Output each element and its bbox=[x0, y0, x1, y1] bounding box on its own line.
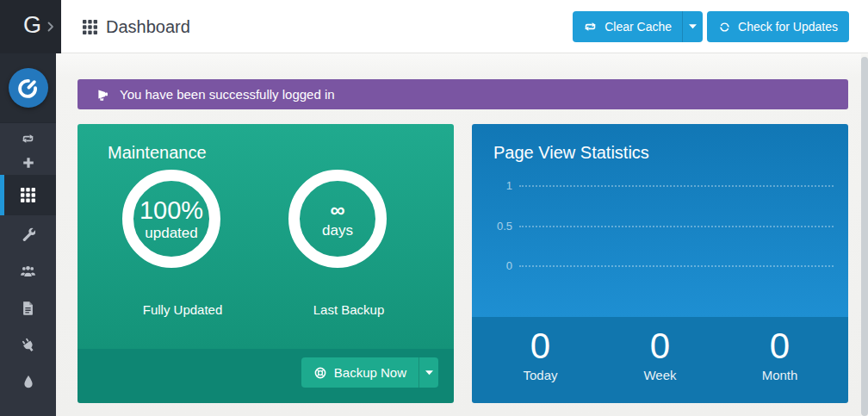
backup-now-main[interactable]: Backup Now bbox=[301, 357, 418, 388]
clear-cache-label: Clear Cache bbox=[604, 20, 672, 34]
sidebar-item-dashboard[interactable] bbox=[0, 175, 56, 215]
sidebar-logo-section bbox=[0, 53, 56, 123]
counter-value: 0 bbox=[480, 326, 600, 367]
logo-g: G bbox=[23, 12, 41, 39]
sidebar-item-plugins[interactable] bbox=[0, 326, 56, 363]
sidebar-item-settings[interactable] bbox=[0, 215, 56, 252]
counter-month: 0 Month bbox=[720, 317, 840, 403]
updates-unit: updated bbox=[145, 225, 197, 242]
drop-icon bbox=[22, 375, 34, 389]
users-icon bbox=[20, 264, 36, 277]
sidebar-item-theme[interactable] bbox=[0, 363, 56, 400]
power-logo-button[interactable] bbox=[9, 68, 48, 108]
counter-label: Month bbox=[720, 368, 840, 382]
stats-chart: Page View Statistics 1 0.5 0 bbox=[472, 124, 848, 317]
stats-title: Page View Statistics bbox=[493, 143, 649, 163]
counter-label: Week bbox=[600, 368, 720, 382]
top-header: Dashboard Clear Cache bbox=[0, 0, 868, 53]
check-updates-label: Check for Updates bbox=[738, 20, 838, 34]
repeat-icon bbox=[583, 21, 598, 33]
y-tick-label: 1 bbox=[472, 179, 519, 192]
backup-circle: ∞ days bbox=[288, 170, 387, 268]
file-icon bbox=[22, 301, 34, 316]
caret-down-icon bbox=[425, 370, 433, 376]
main-content: You have been successfully logged in Mai… bbox=[56, 53, 861, 416]
clear-cache-button[interactable]: Clear Cache bbox=[573, 11, 703, 42]
backup-dropdown[interactable] bbox=[418, 357, 438, 388]
backup-days-value: ∞ bbox=[330, 198, 344, 222]
header-buttons: Clear Cache Check for Updates bbox=[573, 11, 849, 42]
grid-icon bbox=[83, 20, 97, 34]
stats-footer: 0 Today 0 Week 0 Month bbox=[472, 317, 848, 403]
gridline bbox=[519, 185, 834, 187]
counter-label: Today bbox=[480, 368, 600, 382]
maintenance-title: Maintenance bbox=[108, 143, 207, 163]
counter-today: 0 Today bbox=[480, 317, 600, 403]
notification-message: You have been successfully logged in bbox=[120, 87, 335, 102]
plug-icon bbox=[21, 338, 36, 353]
sidebar-item-add[interactable] bbox=[0, 151, 56, 175]
plus-icon bbox=[22, 156, 35, 170]
refresh-icon bbox=[718, 21, 731, 34]
caret-down-icon bbox=[689, 24, 697, 29]
y-tick-label: 0 bbox=[472, 259, 519, 272]
gridline bbox=[519, 226, 834, 227]
counter-week: 0 Week bbox=[600, 317, 720, 403]
gridline bbox=[519, 265, 834, 267]
gridline-row: 1 bbox=[472, 179, 834, 191]
backup-caption: Last Backup bbox=[288, 302, 409, 317]
maintenance-body: Maintenance 100% updated ∞ days Fully Up… bbox=[78, 124, 454, 349]
sidebar-item-users[interactable] bbox=[0, 252, 56, 289]
maintenance-footer: Backup Now bbox=[78, 349, 454, 403]
gridline-row: 0.5 bbox=[472, 220, 834, 232]
sidebar-nav bbox=[0, 123, 56, 400]
clear-cache-main[interactable]: Clear Cache bbox=[573, 11, 682, 42]
bullhorn-icon bbox=[95, 87, 111, 102]
page-title: Dashboard bbox=[106, 17, 190, 37]
maintenance-card: Maintenance 100% updated ∞ days Fully Up… bbox=[78, 124, 454, 403]
corner-logo-block[interactable]: G bbox=[0, 0, 61, 53]
life-ring-icon bbox=[313, 366, 327, 380]
chevron-right-icon[interactable] bbox=[47, 22, 54, 32]
backup-unit: days bbox=[322, 222, 353, 239]
notification-banner: You have been successfully logged in bbox=[78, 79, 848, 109]
sidebar bbox=[0, 53, 56, 416]
backup-now-label: Backup Now bbox=[334, 365, 406, 380]
clear-cache-dropdown[interactable] bbox=[682, 11, 703, 42]
stats-card: Page View Statistics 1 0.5 0 0 Today bbox=[472, 124, 848, 403]
y-tick-label: 0.5 bbox=[472, 220, 519, 233]
updates-caption: Fully Updated bbox=[122, 302, 243, 317]
gridline-row: 0 bbox=[472, 259, 834, 271]
sidebar-item-clear-cache[interactable] bbox=[0, 127, 56, 151]
getsimple-admin-dashboard: Dashboard Clear Cache bbox=[0, 0, 868, 416]
wrench-icon bbox=[21, 227, 35, 241]
sidebar-item-pages[interactable] bbox=[0, 289, 56, 326]
scrollbar-thumb[interactable] bbox=[861, 57, 868, 416]
backup-now-button[interactable]: Backup Now bbox=[301, 357, 438, 388]
counter-value: 0 bbox=[600, 326, 720, 367]
counter-value: 0 bbox=[720, 326, 840, 367]
scrollbar-track[interactable] bbox=[861, 54, 868, 416]
updates-percentage: 100% bbox=[140, 196, 203, 225]
updates-circle: 100% updated bbox=[122, 170, 220, 268]
grid-icon bbox=[21, 188, 35, 202]
power-icon bbox=[16, 77, 40, 100]
repeat-icon bbox=[21, 133, 35, 145]
page-title-group: Dashboard bbox=[83, 0, 190, 53]
check-updates-button[interactable]: Check for Updates bbox=[707, 11, 849, 42]
